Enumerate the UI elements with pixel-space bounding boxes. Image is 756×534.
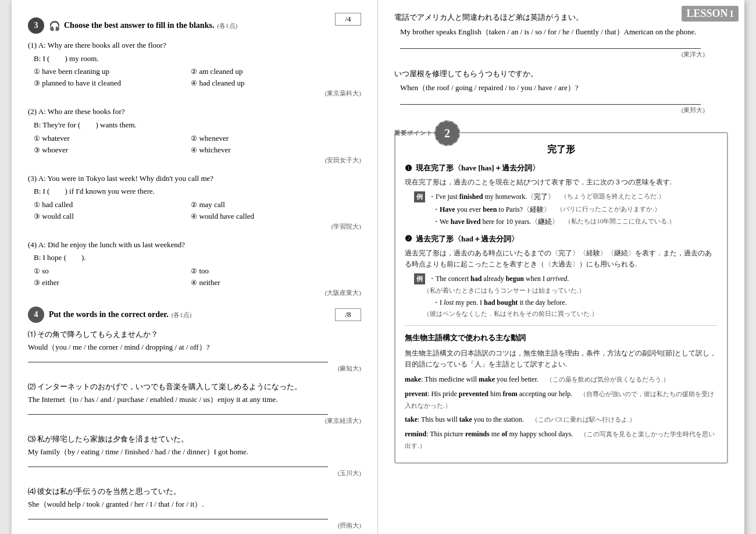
q3-choice4: ④ would have called bbox=[191, 212, 348, 221]
q4-choice3: ③ either bbox=[34, 278, 191, 287]
page-right: LESSON 1 電話でアメリカ人と間違われるほど弟は英語がうまい。 My br… bbox=[378, 0, 744, 534]
q1-dialogue: B: I ( ) my room. bbox=[34, 53, 361, 65]
reorder-q2: ⑵ インターネットのおかげで，いつでも音楽を購入して楽しめるようになった。 Th… bbox=[28, 381, 361, 425]
q4-choice1: ① so bbox=[34, 266, 191, 276]
jp-question-7: 電話でアメリカ人と間違われるほど弟は英語がうまい。 My brother spe… bbox=[394, 12, 728, 59]
ex5-sentence: ・I lost my pen. I had bought it the day … bbox=[433, 297, 567, 308]
q1-choices: ① have been cleaning up ② am cleaned up … bbox=[34, 67, 361, 88]
r2-jp: ⑵ インターネットのおかげで，いつでも音楽を購入して楽しめるようになった。 bbox=[28, 381, 361, 393]
r4-university: (摂南大) bbox=[28, 521, 361, 530]
present-perfect-heading: ❶ 現在完了形〈have [has]＋過去分詞〉 bbox=[405, 163, 718, 173]
ex-label: 例 bbox=[414, 191, 425, 202]
q3-choice3: ③ would call bbox=[34, 212, 191, 221]
ex1-note: （ちょうど宿題を終えたところだ.） bbox=[561, 191, 665, 202]
point-box-container: 重要ポイント 2 完了形 ❶ 現在完了形〈have [has]＋過去分詞〉 現在… bbox=[394, 132, 728, 463]
r3-jp: ⑶ 私が帰宅したら家族は夕食を済ませていた。 bbox=[28, 433, 361, 445]
j7-en: My brother speaks English（taken / an / i… bbox=[400, 26, 728, 38]
present-perfect-section: ❶ 現在完了形〈have [has]＋過去分詞〉 現在完了形は，過去のことを現在… bbox=[405, 163, 718, 227]
q2-choice4: ④ whichever bbox=[191, 145, 348, 155]
point-badge: 重要ポイント 2 bbox=[394, 120, 460, 146]
ex2-sentence: ・Have you ever been to Paris?〈経験〉 bbox=[433, 204, 551, 215]
q2-choice2: ② whenever bbox=[191, 134, 348, 143]
j8-jp: いつ屋根を修理してもらうつもりですか。 bbox=[394, 68, 728, 80]
q2-stem: (2) A: Who are these books for? bbox=[28, 106, 361, 118]
section4-points: (各1点) bbox=[172, 311, 192, 319]
r2-answer-line bbox=[28, 407, 328, 415]
lesson-badge: LESSON 1 bbox=[682, 6, 739, 22]
reorder-q4: ⑷ 彼女は私が手伝うのを当然と思っていた。 She（would help / t… bbox=[28, 486, 361, 530]
past-perfect-desc: 過去完了形は，過去のある時点にいたるまでの〈完了〉〈経験〉〈継続〉を表す．また，… bbox=[405, 248, 718, 270]
section4-title: Put the words in the correct order. bbox=[49, 310, 169, 319]
badge-text: 重要ポイント bbox=[394, 129, 433, 137]
section4-container: 4 Put the words in the correct order. (各… bbox=[28, 307, 361, 534]
q2-university: (安田女子大) bbox=[28, 156, 361, 165]
r1-en: Would（you / me / the corner / mind / dro… bbox=[28, 341, 361, 353]
section4-num: 4 bbox=[28, 307, 44, 323]
q1-choice1: ① have been cleaning up bbox=[34, 67, 191, 76]
audio-icon: 🎧 bbox=[49, 20, 60, 31]
book-spread: 3 🎧 Choose the best answer to fill in th… bbox=[12, 0, 744, 534]
ex4-sentence: ・The concert had already begun when I ar… bbox=[429, 273, 569, 284]
section4-score-box: /8 bbox=[335, 308, 361, 321]
question-4: (4) A: Did he enjoy the lunch with us la… bbox=[28, 239, 361, 297]
j7-university: (東洋大) bbox=[394, 50, 728, 59]
q4-choices: ① so ② too ③ either ④ neither bbox=[34, 266, 361, 287]
r1-answer-line bbox=[28, 354, 328, 362]
r1-jp: ⑴ その角で降ろしてもらえませんか？ bbox=[28, 329, 361, 340]
vocab-prevent: prevent: His pride prevented him from ac… bbox=[405, 388, 718, 412]
q3-dialogue: B: I ( ) if I'd known you were there. bbox=[34, 186, 361, 198]
r2-university: (東京経済大) bbox=[28, 416, 361, 425]
r3-university: (玉川大) bbox=[28, 469, 361, 478]
past-perfect-section: ❷ 過去完了形〈had＋過去分詞〉 過去完了形は，過去のある時点にいたるまでの〈… bbox=[405, 234, 718, 318]
question-2: (2) A: Who are these books for? B: They'… bbox=[28, 106, 361, 164]
r1-university: (麻知大) bbox=[28, 364, 361, 373]
q4-university: (大阪産業大) bbox=[28, 289, 361, 297]
point-circle: 2 bbox=[434, 120, 460, 146]
ex3-note: （私たちは10年間ここに住んでいる.） bbox=[565, 216, 675, 227]
q4-stem: (4) A: Did he enjoy the lunch with us la… bbox=[28, 239, 361, 251]
j8-answer-line bbox=[400, 97, 701, 105]
j7-jp: 電話でアメリカ人と間違われるほど弟は英語がうまい。 bbox=[394, 12, 728, 24]
q2-choice3: ③ whoever bbox=[34, 145, 191, 155]
r4-en: She（would help / took / granted / her / … bbox=[28, 499, 361, 510]
past-perfect-heading-text: 過去完了形〈had＋過去分詞〉 bbox=[416, 234, 519, 244]
section4-header: 4 Put the words in the correct order. (各… bbox=[28, 307, 361, 323]
q1-choice3: ③ planned to have it cleaned bbox=[34, 79, 191, 88]
q4-choice4: ④ neither bbox=[191, 278, 348, 287]
q1-university: (東京薬科大) bbox=[28, 89, 361, 98]
j8-university: (東邦大) bbox=[394, 106, 728, 115]
r3-answer-line bbox=[28, 459, 328, 467]
ex4-label: 例 bbox=[414, 273, 425, 284]
r2-en: The Internet（to / has / and / purchase /… bbox=[28, 394, 361, 405]
vocab-make: make: This medicine will make you feel b… bbox=[405, 373, 718, 385]
point-divider bbox=[405, 325, 718, 326]
q1-choice4: ④ had cleaned up bbox=[191, 79, 348, 88]
reorder-q3: ⑶ 私が帰宅したら家族は夕食を済ませていた。 My family（by / ea… bbox=[28, 433, 361, 478]
ex2-note: （パリに行ったことがありますか.） bbox=[557, 204, 661, 215]
q2-choice1: ① whatever bbox=[34, 134, 191, 143]
page-left: 3 🎧 Choose the best answer to fill in th… bbox=[12, 0, 378, 534]
q1-choice2: ② am cleaned up bbox=[191, 67, 348, 76]
question-1: (1) A: Why are there books all over the … bbox=[28, 40, 361, 98]
section3-points: (各1点) bbox=[217, 22, 237, 30]
j8-en: When（the roof / going / repaired / to / … bbox=[400, 82, 728, 94]
vocab-section: 無生物主語構文で使われる主な動詞 無生物主語構文の日本語訳のコツは，無生物主語を… bbox=[405, 332, 718, 452]
q3-stem: (3) A: You were in Tokyo last week! Why … bbox=[28, 173, 361, 184]
vocab-take: take: This bus will take you to the stat… bbox=[405, 414, 718, 425]
point-box: 完了形 ❶ 現在完了形〈have [has]＋過去分詞〉 現在完了形は，過去のこ… bbox=[394, 132, 728, 463]
q3-university: (学習院大) bbox=[28, 222, 361, 231]
ex5-jp: （彼はペンをなくした．私はそれをその前日に買っていた.） bbox=[423, 309, 718, 318]
lesson-num: 1 bbox=[729, 9, 734, 19]
r4-jp: ⑷ 彼女は私が手伝うのを当然と思っていた。 bbox=[28, 486, 361, 497]
q3-choices: ① had called ② may call ③ would call ④ w… bbox=[34, 200, 361, 221]
q3-choice2: ② may call bbox=[191, 200, 348, 209]
q2-dialogue: B: They're for ( ) wants them. bbox=[34, 119, 361, 131]
ex3-row: ・We have lived here for 10 years.〈継続〉 （私… bbox=[414, 216, 718, 227]
ex2-row: ・Have you ever been to Paris?〈経験〉 （パリに行っ… bbox=[414, 204, 718, 215]
past-perfect-heading: ❷ 過去完了形〈had＋過去分詞〉 bbox=[405, 234, 718, 244]
ex1-row: 例 ・I've just finished my homework.〈完了〉 （… bbox=[414, 191, 718, 202]
q3-choice1: ① had called bbox=[34, 200, 191, 209]
ex5-row: ・I lost my pen. I had bought it the day … bbox=[414, 297, 718, 308]
ex4-jp: （私が着いたときにはもうコンサートは始まっていた.） bbox=[423, 286, 718, 295]
ex1-sentence: ・I've just finished my homework.〈完了〉 bbox=[429, 191, 555, 202]
